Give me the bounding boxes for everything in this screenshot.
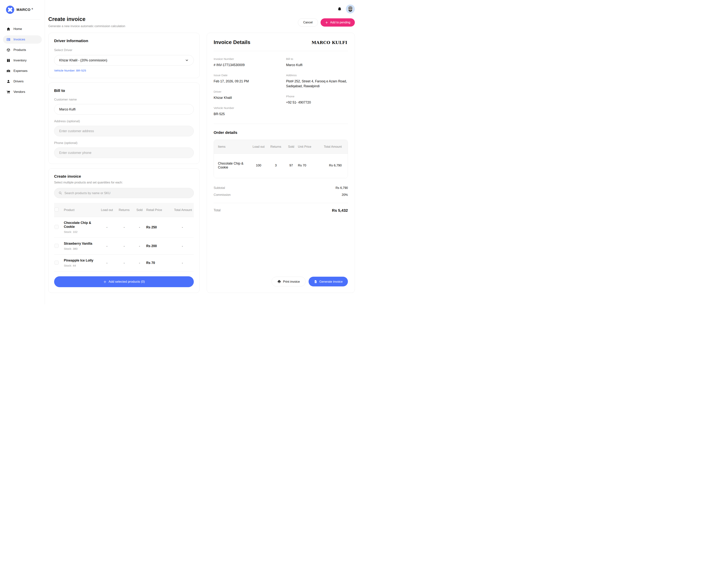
page-subtitle: Generate a new invoice automatic commiss… xyxy=(48,24,125,28)
invoice-meta: Invoice Number # INV-177134530009 Issue … xyxy=(214,51,348,117)
cell-load-out: - xyxy=(98,261,116,265)
product-stock: Stock: 44 xyxy=(64,264,98,267)
invoices-icon xyxy=(6,38,11,42)
column-total-amount: Total Amount xyxy=(171,208,194,212)
cell-sold: - xyxy=(133,244,146,248)
sidebar-item-drivers[interactable]: Drivers xyxy=(3,77,42,86)
search-icon xyxy=(58,191,62,195)
bill-to-value: Marco Kulfi xyxy=(286,63,348,67)
bill-to-label: Bill to xyxy=(286,57,348,61)
sidebar-item-home[interactable]: Home xyxy=(3,25,42,33)
commission-label: Commission xyxy=(214,193,231,196)
vehicle-number-link[interactable]: Vehicle Number: BR-525 xyxy=(54,69,86,72)
expenses-icon xyxy=(6,69,11,73)
sidebar-item-expenses[interactable]: Expenses xyxy=(3,67,42,75)
vehicle-number-value: BR-525 xyxy=(214,112,279,117)
sidebar-item-label: Expenses xyxy=(14,69,27,73)
plus-icon xyxy=(103,280,107,284)
sidebar-item-products[interactable]: Products xyxy=(3,46,42,54)
add-selected-products-label: Add selected products (0) xyxy=(109,280,145,284)
column-total-amount: Total Amount xyxy=(319,145,344,148)
sidebar: MARCO ® Home Invoices xyxy=(0,0,45,304)
commission-value: 20% xyxy=(342,193,348,196)
product-picker-subtitle: Select multiple products and set quantit… xyxy=(54,181,194,184)
cell-load-out: - xyxy=(98,225,116,229)
generate-invoice-label: Generate invoice xyxy=(319,280,343,284)
total-row: Total Rs 5,432 xyxy=(214,208,348,213)
cell-returns: - xyxy=(116,244,133,248)
invoice-number-label: Invoice Number xyxy=(214,57,279,61)
select-all-checkbox[interactable] xyxy=(55,207,59,212)
add-to-pending-label: Add to pending xyxy=(330,21,350,24)
address-label: Address (optional) xyxy=(54,120,194,123)
total-value: Rs 5,432 xyxy=(332,208,348,213)
plus-icon xyxy=(325,21,328,24)
invoice-details-title: Invoice Details xyxy=(214,39,250,45)
cell-total-amount: - xyxy=(171,261,194,265)
add-to-pending-button[interactable]: Add to pending xyxy=(321,18,355,26)
invoice-number-value: # INV-177134530009 xyxy=(214,63,279,67)
sidebar-item-label: Drivers xyxy=(14,80,24,83)
cell-load-out: - xyxy=(98,244,116,248)
print-invoice-button[interactable]: Print invoice xyxy=(271,277,306,287)
page-title: Create invoice xyxy=(48,16,125,22)
main-content: Create invoice Generate a new invoice au… xyxy=(45,0,360,304)
registered-mark: ® xyxy=(32,8,33,10)
home-icon xyxy=(6,27,11,31)
column-sold: Sold xyxy=(133,208,146,212)
order-details-title: Order details xyxy=(214,130,348,135)
cancel-button[interactable]: Cancel xyxy=(298,18,318,26)
cell-sold: - xyxy=(133,225,146,229)
column-items: Items xyxy=(218,145,250,148)
phone-field[interactable] xyxy=(54,148,194,158)
bell-icon[interactable] xyxy=(337,7,342,11)
commission-row: Commission 20% xyxy=(214,193,348,196)
add-selected-products-button[interactable]: Add selected products (0) xyxy=(54,276,194,287)
sidebar-item-vendors[interactable]: Vendors xyxy=(3,88,42,96)
address-field[interactable] xyxy=(54,126,194,136)
search-input[interactable] xyxy=(64,191,189,195)
subtotal-row: Subtotal Rs 6,790 xyxy=(214,186,348,190)
issue-date-label: Issue Date xyxy=(214,74,279,77)
invoice-meta-left: Invoice Number # INV-177134530009 Issue … xyxy=(214,51,279,117)
order-table-header: Items Load out Returns Sold Unit Price T… xyxy=(214,140,348,153)
user-avatar[interactable] xyxy=(346,4,355,14)
invoice-actions: Print invoice Generate invoice xyxy=(214,268,348,287)
product-row[interactable]: Chocolate Chip & Cookie Stock: 102 - - -… xyxy=(54,217,194,238)
order-row: Chocolate Chip & Cookie 100 3 97 Rs 70 R… xyxy=(214,153,348,178)
product-search xyxy=(54,188,194,198)
column-returns: Returns xyxy=(267,145,284,148)
customer-name-field[interactable] xyxy=(54,104,194,114)
product-checkbox[interactable] xyxy=(55,225,59,229)
cell-retail-price: Rs 200 xyxy=(146,244,171,248)
product-stock: Stock: 102 xyxy=(64,230,98,234)
generate-invoice-button[interactable]: Generate invoice xyxy=(309,277,348,287)
product-picker-title: Create invoice xyxy=(54,174,194,178)
column-sold: Sold xyxy=(284,145,298,148)
order-sold: 97 xyxy=(284,164,298,167)
product-checkbox[interactable] xyxy=(55,260,59,265)
sidebar-item-invoices[interactable]: Invoices xyxy=(3,35,42,44)
bill-to-card: Bill to Customer name Address (optional)… xyxy=(48,83,200,164)
order-unit-price: Rs 70 xyxy=(298,164,319,167)
product-row[interactable]: Pineapple Ice Lolly Stock: 44 - - - Rs 7… xyxy=(54,255,194,271)
subtotal-label: Subtotal xyxy=(214,186,225,190)
divider xyxy=(214,124,348,124)
product-table-header: Product Load out Returns Sold Retail Pri… xyxy=(54,203,194,217)
driver-value: Khizar Khalil xyxy=(214,96,279,100)
customer-name-label: Customer name xyxy=(54,98,194,102)
topbar xyxy=(48,0,355,14)
phone-label: Phone (optional) xyxy=(54,141,194,145)
cell-total-amount: - xyxy=(171,225,194,229)
driver-information-title: Driver Information xyxy=(54,39,194,43)
phone-label: Phone xyxy=(286,95,348,98)
brand-name: MARCO ® xyxy=(17,8,33,12)
product-row[interactable]: Strawberry Vanilla Stock: 380 - - - Rs 2… xyxy=(54,238,194,255)
product-name: Pineapple Ice Lolly xyxy=(64,258,98,262)
sidebar-item-inventory[interactable]: Inventory xyxy=(3,56,42,65)
product-checkbox[interactable] xyxy=(55,244,59,248)
column-retail-price: Retail Price xyxy=(146,208,171,212)
divider xyxy=(214,203,348,203)
driver-select[interactable]: Khizar Khalil - (20% commission) xyxy=(54,55,194,65)
issue-date-value: Feb 17, 2026, 09:21 PM xyxy=(214,79,279,84)
